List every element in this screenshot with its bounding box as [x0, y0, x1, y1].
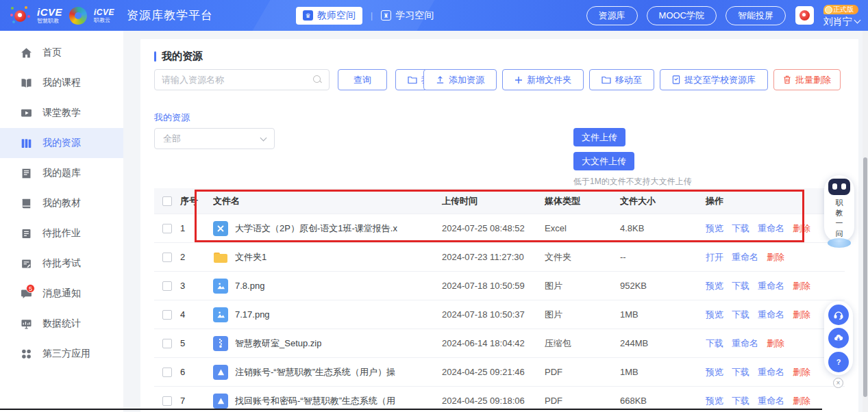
tab-learning-space[interactable]: ♜ 学习空间 — [381, 10, 434, 22]
sidebar-item-courses[interactable]: 我的课程 — [0, 68, 123, 98]
quick-link-button[interactable]: 智能投屏 — [726, 6, 786, 25]
table-header-row: 序号文件名上传时间媒体类型文件大小操作 — [154, 188, 845, 214]
action-link[interactable]: 下载 — [706, 337, 723, 350]
file-name[interactable]: 大学语文（2P）原创-语文1班-课堂报告.x — [235, 222, 397, 235]
action-link[interactable]: 删除 — [767, 251, 784, 263]
question-icon[interactable]: ? — [828, 352, 849, 372]
excel-file-icon — [213, 221, 228, 236]
file-size: 244MB — [620, 338, 706, 348]
action-link[interactable]: 下载 — [732, 366, 749, 378]
search-input[interactable] — [162, 75, 313, 85]
action-link[interactable]: 删除 — [793, 222, 810, 235]
row-checkbox[interactable] — [162, 224, 172, 233]
action-link[interactable]: 预览 — [706, 309, 723, 321]
trash-button[interactable]: 批量删除 — [773, 69, 841, 90]
action-link[interactable]: 重命名 — [732, 337, 758, 350]
action-link[interactable]: 预览 — [706, 280, 723, 292]
file-name[interactable]: 文件夹1 — [235, 251, 266, 263]
media-type: 图片 — [545, 280, 620, 292]
user-menu[interactable]: 刘肖宁 — [823, 16, 860, 26]
learning-space-icon: ♜ — [381, 10, 391, 21]
sidebar-item-homework[interactable]: 待批作业 — [0, 218, 123, 248]
action-link[interactable]: 下载 — [732, 395, 749, 407]
icve-zhijiaoyun-logo-icon — [69, 7, 87, 25]
action-link[interactable]: 删除 — [793, 309, 810, 321]
action-link[interactable]: 下载 — [732, 309, 749, 321]
image-file-icon — [213, 307, 228, 322]
action-link[interactable]: 删除 — [767, 337, 784, 350]
action-link[interactable]: 删除 — [793, 280, 810, 292]
column-header: 上传时间 — [442, 195, 545, 207]
breadcrumb[interactable]: 我的资源 — [154, 112, 190, 124]
pdf-file-icon — [213, 394, 228, 409]
scrollbar[interactable] — [863, 31, 868, 412]
plus-button[interactable]: 新增文件夹 — [502, 69, 584, 90]
select-all-checkbox[interactable] — [162, 196, 172, 206]
close-icon[interactable]: × — [833, 378, 843, 388]
table-row: 1大学语文（2P）原创-语文1班-课堂报告.x2024-07-25 08:48:… — [154, 214, 845, 243]
sidebar-item-textbook[interactable]: 我的教材 — [0, 188, 123, 218]
textbook-icon — [21, 198, 32, 209]
sidebar-item-classroom[interactable]: 课堂教学 — [0, 98, 123, 128]
row-checkbox[interactable] — [162, 396, 172, 406]
action-link[interactable]: 预览 — [706, 222, 723, 235]
file-upload-button[interactable]: 文件上传 — [573, 128, 625, 146]
sidebar-item-home[interactable]: 首页 — [0, 38, 123, 68]
quick-link-button[interactable]: 资源库 — [586, 6, 638, 25]
version-badge: 正式版 — [823, 5, 858, 14]
sidebar: 首页我的课程课堂教学我的资源我的题库我的教材待批作业待批考试消息通知5数据统计第… — [0, 31, 123, 407]
sidebar-item-third-party[interactable]: 第三方应用 — [0, 339, 123, 369]
row-checkbox[interactable] — [162, 253, 172, 262]
quick-link-button[interactable]: MOOC学院 — [647, 6, 717, 25]
headset-icon[interactable] — [828, 305, 849, 325]
upload-time: 2024-07-18 10:50:37 — [442, 309, 545, 320]
big-file-upload-button[interactable]: 大文件上传 — [573, 152, 634, 170]
row-checkbox[interactable] — [162, 281, 172, 291]
row-checkbox[interactable] — [162, 368, 172, 377]
table-row: 2文件夹12024-07-23 11:27:30文件夹--打开重命名删除 — [154, 243, 845, 272]
sidebar-item-question-bank[interactable]: 我的题库 — [0, 158, 123, 188]
file-name[interactable]: 7.8.png — [235, 281, 264, 291]
action-link[interactable]: 重命名 — [758, 309, 784, 321]
action-link[interactable]: 重命名 — [758, 222, 784, 235]
file-name[interactable]: 7.17.png — [235, 309, 270, 320]
action-link[interactable]: 重命名 — [758, 280, 784, 292]
scrollbar-thumb[interactable] — [863, 157, 867, 397]
file-name[interactable]: 智慧教研室_Setup.zip — [235, 337, 321, 350]
wave-decoration — [828, 238, 851, 248]
row-index: 5 — [180, 338, 213, 348]
tab-teacher-space[interactable]: ♛ 教师空间 — [296, 7, 362, 25]
filter-select[interactable]: 全部 — [154, 128, 275, 149]
action-link[interactable]: 打开 — [706, 251, 723, 263]
action-link[interactable]: 删除 — [793, 395, 810, 407]
sidebar-item-stats[interactable]: 数据统计 — [0, 309, 123, 339]
action-link[interactable]: 预览 — [706, 366, 723, 378]
sidebar-item-label: 数据统计 — [42, 318, 81, 330]
search-icon[interactable] — [313, 75, 322, 84]
action-link[interactable]: 预览 — [706, 395, 723, 407]
upload-button[interactable]: 添加资源 — [423, 69, 497, 90]
action-link[interactable]: 下载 — [732, 280, 749, 292]
folder-button[interactable]: 移动至 — [589, 69, 654, 90]
pdf-file-icon — [213, 365, 228, 380]
doc-button[interactable]: 提交至学校资源库 — [660, 69, 768, 90]
action-link[interactable]: 重命名 — [758, 366, 784, 378]
file-name[interactable]: 注销账号-“智慧职教”生态系统（用户）操 — [235, 366, 395, 378]
action-link[interactable]: 重命名 — [758, 395, 784, 407]
action-link[interactable]: 删除 — [793, 366, 810, 378]
file-name[interactable]: 找回账号和密码-“智慧职教”生态系统（用 — [235, 395, 395, 407]
question-bank-icon — [21, 168, 32, 179]
space-nav: ♛ 教师空间 | ♜ 学习空间 — [296, 0, 434, 31]
action-link[interactable]: 重命名 — [732, 251, 758, 263]
floating-toolbar: ? — [824, 301, 853, 375]
row-checkbox[interactable] — [162, 310, 172, 320]
sidebar-item-exam[interactable]: 待批考试 — [0, 248, 123, 279]
assistant-widget[interactable]: 职教一问 — [824, 175, 854, 242]
row-checkbox[interactable] — [162, 339, 172, 348]
avatar[interactable] — [795, 6, 814, 25]
cloud-download-icon[interactable] — [828, 328, 849, 348]
action-link[interactable]: 下载 — [732, 222, 749, 235]
sidebar-item-message[interactable]: 消息通知5 — [0, 279, 123, 309]
sidebar-item-resources[interactable]: 我的资源 — [0, 128, 123, 158]
query-button[interactable]: 查询 — [338, 69, 387, 90]
